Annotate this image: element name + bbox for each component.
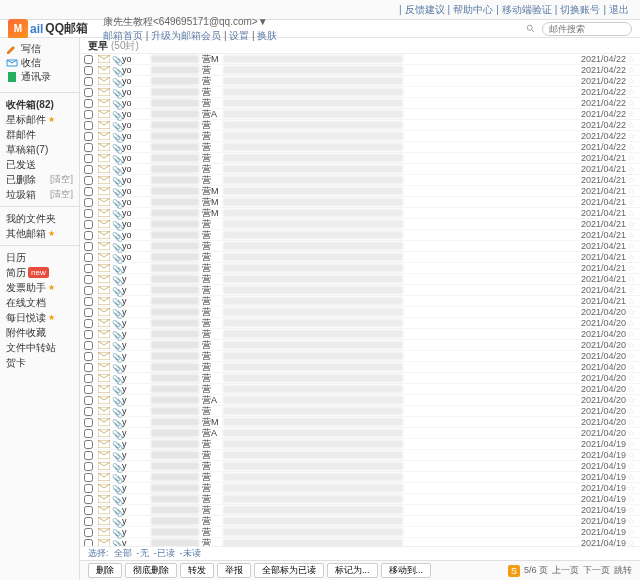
mail-row[interactable]: 📎y营2021/04/19☆ [80, 516, 640, 527]
mail-row[interactable]: 📎yo营M2021/04/22☆ [80, 54, 640, 65]
page-next[interactable]: 下一页 [583, 564, 610, 577]
mail-row[interactable]: 📎y营2021/04/20☆ [80, 351, 640, 362]
mail-row[interactable]: 📎y营2021/04/21☆ [80, 285, 640, 296]
mail-checkbox[interactable] [84, 110, 93, 119]
mail-row[interactable]: 📎y营2021/04/19☆ [80, 472, 640, 483]
mail-checkbox[interactable] [84, 352, 93, 361]
mail-row[interactable]: 📎y营2021/04/21☆ [80, 274, 640, 285]
mail-checkbox[interactable] [84, 297, 93, 306]
mail-checkbox[interactable] [84, 242, 93, 251]
mail-checkbox[interactable] [84, 374, 93, 383]
mail-row[interactable]: 📎y营2021/04/19☆ [80, 461, 640, 472]
mail-checkbox[interactable] [84, 198, 93, 207]
mail-row[interactable]: 📎y营2021/04/19☆ [80, 483, 640, 494]
mail-checkbox[interactable] [84, 484, 93, 493]
top-link-mobile[interactable]: 移动端验证 [502, 3, 552, 17]
folder-item[interactable]: 收件箱(82) [0, 97, 79, 112]
mail-row[interactable]: 📎y营2021/04/20☆ [80, 329, 640, 340]
compose-button[interactable]: 写信 [4, 42, 75, 56]
top-link-switch[interactable]: 切换账号 [560, 3, 600, 17]
folder-item[interactable]: 每日悦读★ [0, 310, 79, 325]
mail-row[interactable]: 📎y营2021/04/19☆ [80, 494, 640, 505]
mail-row[interactable]: 📎yo营A2021/04/22☆ [80, 109, 640, 120]
mail-row[interactable]: 📎yo营2021/04/21☆ [80, 175, 640, 186]
moveto-button[interactable]: 移动到... [381, 563, 432, 578]
folder-item[interactable]: 我的文件夹 [0, 211, 79, 226]
mail-row[interactable]: 📎yo营2021/04/22☆ [80, 98, 640, 109]
mail-row[interactable]: 📎y营2021/04/19☆ [80, 527, 640, 538]
mail-row[interactable]: 📎yo营2021/04/22☆ [80, 76, 640, 87]
mail-checkbox[interactable] [84, 99, 93, 108]
mail-row[interactable]: 📎y营2021/04/19☆ [80, 505, 640, 516]
markas-button[interactable]: 标记为... [327, 563, 378, 578]
mail-row[interactable]: 📎y营2021/04/19☆ [80, 439, 640, 450]
mail-checkbox[interactable] [84, 132, 93, 141]
select-read[interactable]: 已读 [157, 547, 175, 560]
mail-checkbox[interactable] [84, 231, 93, 240]
mail-row[interactable]: 📎y营2021/04/20☆ [80, 373, 640, 384]
mail-row[interactable]: 📎y营A2021/04/20☆ [80, 395, 640, 406]
mail-row[interactable]: 📎yo营2021/04/21☆ [80, 252, 640, 263]
mail-row[interactable]: 📎y营2021/04/21☆ [80, 296, 640, 307]
select-unread[interactable]: 未读 [183, 547, 201, 560]
mail-row[interactable]: 📎y营2021/04/19☆ [80, 538, 640, 546]
mail-checkbox[interactable] [84, 429, 93, 438]
mail-checkbox[interactable] [84, 165, 93, 174]
mail-checkbox[interactable] [84, 473, 93, 482]
top-link-help[interactable]: 帮助中心 [453, 3, 493, 17]
folder-item[interactable]: 附件收藏 [0, 325, 79, 340]
mail-checkbox[interactable] [84, 264, 93, 273]
mail-checkbox[interactable] [84, 176, 93, 185]
mail-checkbox[interactable] [84, 88, 93, 97]
folder-item[interactable]: 简历new [0, 265, 79, 280]
mail-checkbox[interactable] [84, 220, 93, 229]
folder-item[interactable]: 在线文档 [0, 295, 79, 310]
page-prev[interactable]: 上一页 [552, 564, 579, 577]
mail-row[interactable]: 📎y营2021/04/19☆ [80, 450, 640, 461]
mail-row[interactable]: 📎y营2021/04/20☆ [80, 406, 640, 417]
mail-checkbox[interactable] [84, 407, 93, 416]
folder-item[interactable]: 已发送 [0, 157, 79, 172]
mail-checkbox[interactable] [84, 528, 93, 537]
mail-checkbox[interactable] [84, 462, 93, 471]
folder-item[interactable]: 文件中转站 [0, 340, 79, 355]
mail-checkbox[interactable] [84, 286, 93, 295]
mail-row[interactable]: 📎yo营2021/04/22☆ [80, 120, 640, 131]
mail-row[interactable]: 📎y营A2021/04/20☆ [80, 428, 640, 439]
folder-item[interactable]: 星标邮件★ [0, 112, 79, 127]
mail-checkbox[interactable] [84, 253, 93, 262]
mail-row[interactable]: 📎yo营M2021/04/21☆ [80, 208, 640, 219]
folder-action[interactable]: [清空] [50, 173, 73, 186]
folder-item[interactable]: 发票助手★ [0, 280, 79, 295]
mail-row[interactable]: 📎yo营2021/04/21☆ [80, 230, 640, 241]
delete-button[interactable]: 删除 [88, 563, 122, 578]
mail-row[interactable]: 📎yo营2021/04/22☆ [80, 65, 640, 76]
mail-checkbox[interactable] [84, 451, 93, 460]
mail-row[interactable]: 📎y营2021/04/20☆ [80, 362, 640, 373]
mail-row[interactable]: 📎yo营M2021/04/21☆ [80, 197, 640, 208]
mail-row[interactable]: 📎y营2021/04/20☆ [80, 384, 640, 395]
mail-checkbox[interactable] [84, 121, 93, 130]
mail-row[interactable]: 📎yo营2021/04/21☆ [80, 164, 640, 175]
mail-row[interactable]: 📎yo营2021/04/22☆ [80, 87, 640, 98]
mail-checkbox[interactable] [84, 308, 93, 317]
mail-checkbox[interactable] [84, 275, 93, 284]
top-link-feedback[interactable]: 反馈建议 [405, 3, 445, 17]
mail-checkbox[interactable] [84, 539, 93, 547]
mail-row[interactable]: 📎yo营2021/04/22☆ [80, 131, 640, 142]
logo[interactable]: M ail QQ邮箱 [8, 19, 88, 39]
top-link-exit[interactable]: 退出 [609, 3, 629, 17]
mail-checkbox[interactable] [84, 517, 93, 526]
mail-list[interactable]: 📎yo营M2021/04/22☆📎yo营2021/04/22☆📎yo营2021/… [80, 54, 640, 546]
folder-item[interactable]: 群邮件 [0, 127, 79, 142]
mail-checkbox[interactable] [84, 77, 93, 86]
mail-checkbox[interactable] [84, 396, 93, 405]
mail-row[interactable]: 📎y营2021/04/20☆ [80, 340, 640, 351]
folder-item[interactable]: 垃圾箱[清空] [0, 187, 79, 202]
mail-row[interactable]: 📎yo营2021/04/22☆ [80, 142, 640, 153]
mail-checkbox[interactable] [84, 418, 93, 427]
mail-checkbox[interactable] [84, 495, 93, 504]
mail-row[interactable]: 📎yo营2021/04/21☆ [80, 219, 640, 230]
folder-item[interactable]: 贺卡 [0, 355, 79, 370]
mail-checkbox[interactable] [84, 143, 93, 152]
